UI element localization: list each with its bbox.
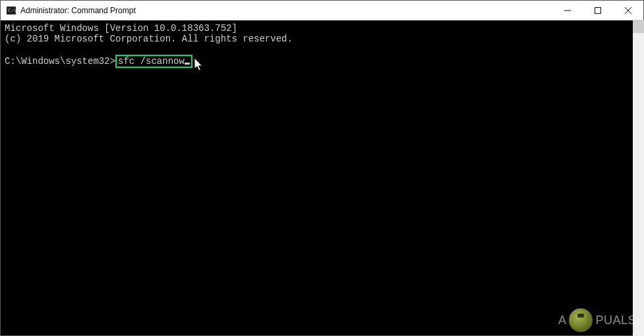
watermark-logo-icon (569, 308, 593, 332)
terminal-output[interactable]: Microsoft Windows [Version 10.0.18363.75… (1, 20, 643, 335)
blank-line (5, 44, 639, 55)
prompt-path: C:\Windows\system32> (5, 56, 115, 67)
maximize-button[interactable] (583, 1, 613, 20)
svg-text:C:\: C:\ (8, 8, 16, 13)
prompt-line: C:\Windows\system32>sfc /scannow (5, 55, 639, 68)
cmd-icon: C:\ (6, 5, 16, 16)
scrollbar-thumb[interactable] (633, 20, 644, 33)
titlebar[interactable]: C:\ Administrator: Command Prompt (1, 1, 643, 20)
window-title: Administrator: Command Prompt (20, 6, 552, 15)
minimize-button[interactable] (552, 1, 583, 20)
vertical-scrollbar[interactable] (633, 20, 644, 336)
close-button[interactable] (613, 1, 643, 20)
text-cursor (185, 63, 190, 65)
watermark: A PUALS (558, 308, 636, 332)
typed-command: sfc /scannow (118, 56, 185, 67)
watermark-text-prefix: A (558, 314, 567, 327)
command-highlight: sfc /scannow (115, 55, 192, 68)
window-controls (552, 1, 643, 20)
svg-rect-3 (595, 7, 601, 13)
copyright-line: (c) 2019 Microsoft Corporation. All righ… (5, 34, 639, 44)
watermark-text-suffix: PUALS (595, 314, 636, 327)
version-line: Microsoft Windows [Version 10.0.18363.75… (5, 23, 639, 34)
command-prompt-window: C:\ Administrator: Command Prompt Micros… (0, 0, 644, 336)
